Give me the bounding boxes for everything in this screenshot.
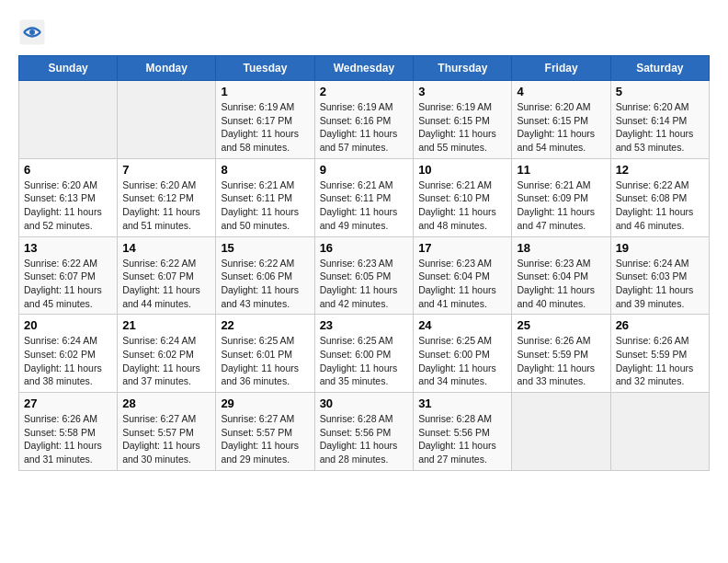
day-number: 24 bbox=[418, 318, 506, 332]
calendar-header-row: SundayMondayTuesdayWednesdayThursdayFrid… bbox=[19, 56, 710, 81]
calendar-cell: 15Sunrise: 6:22 AMSunset: 6:06 PMDayligh… bbox=[216, 236, 314, 315]
day-info: Sunrise: 6:27 AMSunset: 5:57 PMDaylight:… bbox=[122, 412, 210, 466]
day-header-sunday: Sunday bbox=[19, 56, 118, 81]
day-number: 15 bbox=[221, 241, 309, 255]
day-number: 27 bbox=[24, 396, 112, 410]
day-info: Sunrise: 6:24 AMSunset: 6:02 PMDaylight:… bbox=[122, 334, 210, 388]
calendar-cell: 25Sunrise: 6:26 AMSunset: 5:59 PMDayligh… bbox=[512, 315, 610, 393]
day-info: Sunrise: 6:28 AMSunset: 5:56 PMDaylight:… bbox=[418, 412, 506, 466]
day-number: 4 bbox=[517, 85, 605, 98]
calendar-week-row: 13Sunrise: 6:22 AMSunset: 6:07 PMDayligh… bbox=[19, 236, 710, 315]
day-info: Sunrise: 6:23 AMSunset: 6:04 PMDaylight:… bbox=[517, 257, 605, 311]
calendar-cell: 29Sunrise: 6:27 AMSunset: 5:57 PMDayligh… bbox=[216, 393, 314, 471]
calendar-cell: 30Sunrise: 6:28 AMSunset: 5:56 PMDayligh… bbox=[314, 393, 414, 471]
day-info: Sunrise: 6:25 AMSunset: 6:01 PMDaylight:… bbox=[221, 334, 309, 388]
day-number: 26 bbox=[616, 318, 704, 332]
day-info: Sunrise: 6:28 AMSunset: 5:56 PMDaylight:… bbox=[320, 412, 409, 466]
day-number: 17 bbox=[418, 241, 506, 255]
day-info: Sunrise: 6:25 AMSunset: 6:00 PMDaylight:… bbox=[418, 334, 506, 388]
day-number: 12 bbox=[616, 163, 704, 177]
day-number: 13 bbox=[24, 241, 112, 255]
day-number: 22 bbox=[221, 318, 309, 332]
day-number: 3 bbox=[418, 85, 506, 98]
day-number: 8 bbox=[221, 163, 309, 177]
calendar-cell: 17Sunrise: 6:23 AMSunset: 6:04 PMDayligh… bbox=[414, 236, 512, 315]
day-number: 10 bbox=[418, 163, 506, 177]
day-number: 16 bbox=[320, 241, 409, 255]
calendar-cell bbox=[118, 81, 216, 159]
day-header-wednesday: Wednesday bbox=[314, 56, 414, 81]
day-info: Sunrise: 6:26 AMSunset: 5:58 PMDaylight:… bbox=[24, 412, 112, 466]
calendar-cell: 24Sunrise: 6:25 AMSunset: 6:00 PMDayligh… bbox=[414, 315, 512, 393]
day-header-friday: Friday bbox=[512, 56, 610, 81]
day-header-saturday: Saturday bbox=[610, 56, 709, 81]
day-info: Sunrise: 6:22 AMSunset: 6:07 PMDaylight:… bbox=[122, 257, 210, 311]
day-number: 5 bbox=[616, 85, 704, 98]
calendar-cell: 21Sunrise: 6:24 AMSunset: 6:02 PMDayligh… bbox=[118, 315, 216, 393]
calendar-cell: 16Sunrise: 6:23 AMSunset: 6:05 PMDayligh… bbox=[314, 236, 414, 315]
day-number: 25 bbox=[517, 318, 605, 332]
day-info: Sunrise: 6:27 AMSunset: 5:57 PMDaylight:… bbox=[221, 412, 309, 466]
day-info: Sunrise: 6:24 AMSunset: 6:03 PMDaylight:… bbox=[616, 257, 704, 311]
day-number: 6 bbox=[24, 163, 112, 177]
calendar-cell: 8Sunrise: 6:21 AMSunset: 6:11 PMDaylight… bbox=[216, 158, 314, 236]
day-info: Sunrise: 6:21 AMSunset: 6:10 PMDaylight:… bbox=[418, 178, 506, 233]
day-info: Sunrise: 6:19 AMSunset: 6:17 PMDaylight:… bbox=[221, 100, 309, 155]
day-info: Sunrise: 6:21 AMSunset: 6:11 PMDaylight:… bbox=[320, 178, 409, 233]
calendar-cell: 6Sunrise: 6:20 AMSunset: 6:13 PMDaylight… bbox=[19, 158, 118, 236]
day-number: 21 bbox=[122, 318, 210, 332]
calendar-week-row: 1Sunrise: 6:19 AMSunset: 6:17 PMDaylight… bbox=[19, 81, 710, 159]
calendar-cell: 28Sunrise: 6:27 AMSunset: 5:57 PMDayligh… bbox=[118, 393, 216, 471]
calendar-cell: 27Sunrise: 6:26 AMSunset: 5:58 PMDayligh… bbox=[19, 393, 118, 471]
day-header-thursday: Thursday bbox=[414, 56, 512, 81]
day-number: 30 bbox=[320, 396, 409, 410]
calendar-week-row: 20Sunrise: 6:24 AMSunset: 6:02 PMDayligh… bbox=[19, 315, 710, 393]
day-number: 2 bbox=[320, 85, 409, 98]
day-number: 14 bbox=[122, 241, 210, 255]
calendar-cell bbox=[512, 393, 610, 471]
day-info: Sunrise: 6:21 AMSunset: 6:11 PMDaylight:… bbox=[221, 178, 309, 233]
day-number: 7 bbox=[122, 163, 210, 177]
calendar-cell: 5Sunrise: 6:20 AMSunset: 6:14 PMDaylight… bbox=[610, 81, 709, 159]
calendar-cell bbox=[610, 393, 709, 471]
day-number: 28 bbox=[122, 396, 210, 410]
calendar-cell: 20Sunrise: 6:24 AMSunset: 6:02 PMDayligh… bbox=[19, 315, 118, 393]
day-info: Sunrise: 6:22 AMSunset: 6:07 PMDaylight:… bbox=[24, 257, 112, 311]
day-info: Sunrise: 6:23 AMSunset: 6:05 PMDaylight:… bbox=[320, 257, 409, 311]
day-info: Sunrise: 6:20 AMSunset: 6:13 PMDaylight:… bbox=[24, 178, 112, 233]
day-number: 31 bbox=[418, 396, 506, 410]
logo bbox=[18, 18, 50, 46]
day-header-monday: Monday bbox=[118, 56, 216, 81]
calendar-cell bbox=[19, 81, 118, 159]
day-number: 9 bbox=[320, 163, 409, 177]
calendar-cell: 18Sunrise: 6:23 AMSunset: 6:04 PMDayligh… bbox=[512, 236, 610, 315]
day-number: 19 bbox=[616, 241, 704, 255]
svg-point-1 bbox=[29, 29, 35, 35]
day-info: Sunrise: 6:24 AMSunset: 6:02 PMDaylight:… bbox=[24, 334, 112, 388]
calendar-cell: 14Sunrise: 6:22 AMSunset: 6:07 PMDayligh… bbox=[118, 236, 216, 315]
calendar-cell: 19Sunrise: 6:24 AMSunset: 6:03 PMDayligh… bbox=[610, 236, 709, 315]
calendar-cell: 2Sunrise: 6:19 AMSunset: 6:16 PMDaylight… bbox=[314, 81, 414, 159]
calendar-cell: 23Sunrise: 6:25 AMSunset: 6:00 PMDayligh… bbox=[314, 315, 414, 393]
day-info: Sunrise: 6:26 AMSunset: 5:59 PMDaylight:… bbox=[616, 334, 704, 388]
day-info: Sunrise: 6:22 AMSunset: 6:08 PMDaylight:… bbox=[616, 178, 704, 233]
day-info: Sunrise: 6:19 AMSunset: 6:16 PMDaylight:… bbox=[320, 100, 409, 155]
calendar-cell: 22Sunrise: 6:25 AMSunset: 6:01 PMDayligh… bbox=[216, 315, 314, 393]
day-info: Sunrise: 6:25 AMSunset: 6:00 PMDaylight:… bbox=[320, 334, 409, 388]
day-number: 29 bbox=[221, 396, 309, 410]
page-header bbox=[18, 18, 710, 46]
day-info: Sunrise: 6:20 AMSunset: 6:14 PMDaylight:… bbox=[616, 100, 704, 155]
calendar-cell: 31Sunrise: 6:28 AMSunset: 5:56 PMDayligh… bbox=[414, 393, 512, 471]
day-info: Sunrise: 6:19 AMSunset: 6:15 PMDaylight:… bbox=[418, 100, 506, 155]
calendar-cell: 7Sunrise: 6:20 AMSunset: 6:12 PMDaylight… bbox=[118, 158, 216, 236]
calendar-table: SundayMondayTuesdayWednesdayThursdayFrid… bbox=[18, 55, 710, 471]
day-info: Sunrise: 6:20 AMSunset: 6:12 PMDaylight:… bbox=[122, 178, 210, 233]
day-number: 1 bbox=[221, 85, 309, 98]
calendar-week-row: 27Sunrise: 6:26 AMSunset: 5:58 PMDayligh… bbox=[19, 393, 710, 471]
day-number: 11 bbox=[517, 163, 605, 177]
calendar-cell: 9Sunrise: 6:21 AMSunset: 6:11 PMDaylight… bbox=[314, 158, 414, 236]
calendar-cell: 4Sunrise: 6:20 AMSunset: 6:15 PMDaylight… bbox=[512, 81, 610, 159]
calendar-cell: 13Sunrise: 6:22 AMSunset: 6:07 PMDayligh… bbox=[19, 236, 118, 315]
day-info: Sunrise: 6:26 AMSunset: 5:59 PMDaylight:… bbox=[517, 334, 605, 388]
day-info: Sunrise: 6:23 AMSunset: 6:04 PMDaylight:… bbox=[418, 257, 506, 311]
